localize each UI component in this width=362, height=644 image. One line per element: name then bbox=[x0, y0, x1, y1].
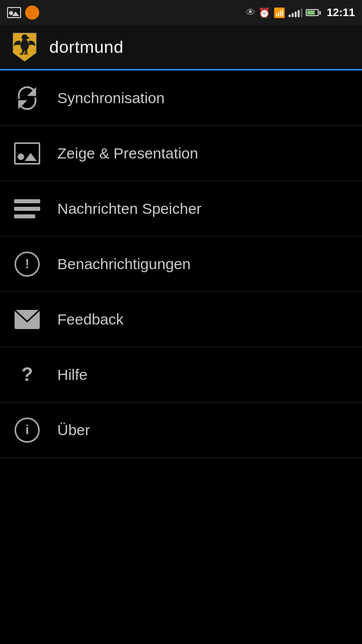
wifi-icon: 📶 bbox=[274, 7, 286, 19]
menu-label-ueber: Über bbox=[57, 422, 90, 439]
lines-icon-wrap bbox=[12, 199, 42, 218]
mail-icon bbox=[14, 309, 40, 330]
notif-icon-wrap: ! bbox=[12, 252, 42, 277]
menu-label-synchronisation: Synchronisation bbox=[57, 90, 164, 107]
image-icon-wrap bbox=[12, 142, 42, 165]
menu-label-feedback: Feedback bbox=[57, 311, 124, 328]
status-bar: 👁 ⏰ 📶 12:11 bbox=[0, 0, 362, 25]
gallery-icon bbox=[7, 7, 21, 18]
menu-label-benachrichtigungen: Benachrichtigungen bbox=[57, 256, 191, 273]
menu-item-nachrichten-speicher[interactable]: Nachrichten Speicher bbox=[0, 181, 362, 236]
svg-point-0 bbox=[22, 34, 28, 40]
menu-label-zeige-presentation: Zeige & Presentation bbox=[57, 145, 198, 162]
svg-rect-4 bbox=[25, 49, 27, 53]
svg-marker-12 bbox=[19, 101, 25, 107]
menu-label-hilfe: Hilfe bbox=[57, 366, 87, 383]
help-icon: ? bbox=[15, 362, 40, 387]
help-icon-wrap: ? bbox=[12, 362, 42, 387]
svg-line-7 bbox=[23, 52, 23, 54]
lines-icon bbox=[14, 199, 40, 218]
sync-icon bbox=[14, 85, 40, 111]
svg-point-2 bbox=[20, 39, 29, 50]
menu-item-zeige-presentation[interactable]: Zeige & Presentation bbox=[0, 126, 362, 181]
app-header: dortmund bbox=[0, 25, 362, 70]
menu-item-synchronisation[interactable]: Synchronisation bbox=[0, 70, 362, 126]
svg-rect-3 bbox=[22, 49, 24, 53]
alarm-icon: ⏰ bbox=[258, 7, 270, 19]
status-time: 12:11 bbox=[327, 6, 355, 19]
notification-circle-icon: ! bbox=[15, 252, 40, 277]
status-bar-left bbox=[7, 6, 39, 20]
menu-item-feedback[interactable]: Feedback bbox=[0, 292, 362, 347]
menu-list: Synchronisation Zeige & Presentation Nac… bbox=[0, 70, 362, 458]
image-icon bbox=[14, 142, 40, 165]
menu-label-nachrichten-speicher: Nachrichten Speicher bbox=[57, 200, 202, 217]
menu-item-benachrichtigungen[interactable]: ! Benachrichtigungen bbox=[0, 236, 362, 292]
app-logo bbox=[10, 32, 40, 62]
info-icon-wrap: i bbox=[12, 418, 42, 443]
notification-icon bbox=[25, 6, 39, 20]
app-title: dortmund bbox=[49, 37, 124, 57]
menu-item-ueber[interactable]: i Über bbox=[0, 403, 362, 458]
sync-icon-wrap bbox=[12, 85, 42, 111]
mail-icon-wrap bbox=[12, 309, 42, 330]
status-bar-right: 👁 ⏰ 📶 12:11 bbox=[246, 6, 355, 19]
battery-icon bbox=[306, 9, 321, 16]
eye-icon: 👁 bbox=[246, 7, 255, 18]
signal-icon bbox=[289, 8, 303, 17]
svg-marker-11 bbox=[29, 89, 35, 95]
menu-item-hilfe[interactable]: ? Hilfe bbox=[0, 347, 362, 403]
info-circle-icon: i bbox=[15, 418, 40, 443]
